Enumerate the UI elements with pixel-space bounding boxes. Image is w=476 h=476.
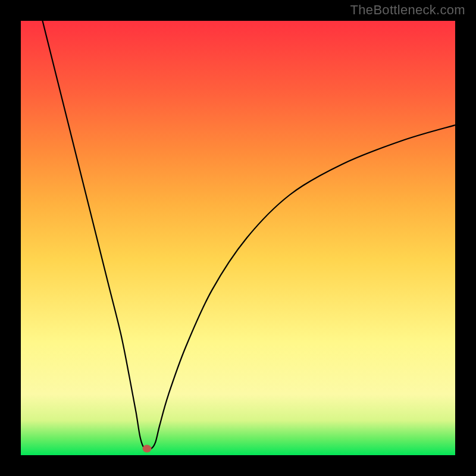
- minimum-marker: [142, 445, 151, 453]
- watermark-text: TheBottleneck.com: [350, 2, 465, 18]
- bottleneck-curve: [21, 21, 455, 455]
- chart-frame: TheBottleneck.com: [0, 0, 476, 476]
- plot-area: [21, 21, 455, 455]
